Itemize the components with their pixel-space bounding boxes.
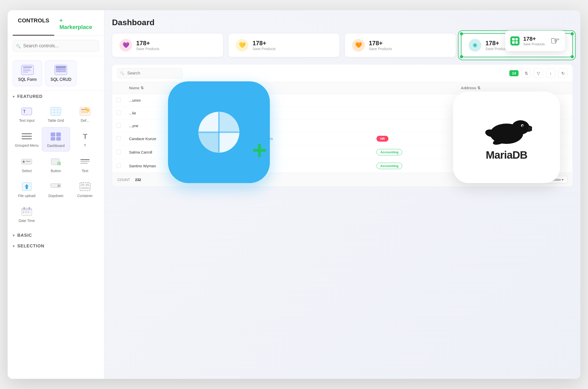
ctrl-date-time[interactable]: Date Time (13, 202, 41, 226)
svg-rect-24 (22, 133, 32, 134)
count-value: 232 (135, 178, 141, 182)
search-input[interactable] (13, 40, 99, 52)
ctrl-dashboard[interactable]: Dashboard (42, 127, 70, 152)
svg-rect-40 (80, 163, 88, 164)
grid-dot-2 (515, 38, 518, 41)
svg-rect-57 (28, 212, 29, 213)
table-toolbar: 14 ⇅ ▽ ↓ ↻ (112, 65, 572, 82)
svg-rect-38 (80, 159, 90, 160)
svg-rect-30 (56, 137, 61, 141)
tooltip-label: Save Products (523, 42, 545, 46)
search-wrapper (13, 40, 99, 52)
sidebar-tabs: CONTROLS + Markerplace (8, 10, 104, 36)
default-icon (79, 106, 91, 117)
stat-card-2: 🧡 178+ Save Products (345, 33, 456, 57)
mariadb-overlay: MariaDB (453, 92, 560, 183)
svg-point-67 (522, 125, 523, 127)
ctrl-button[interactable]: ↑ Button (42, 153, 70, 176)
count-label: COUNT (117, 178, 130, 182)
svg-rect-21 (81, 111, 87, 112)
text-input-icon: T (21, 106, 32, 117)
svg-rect-6 (56, 66, 66, 68)
ctrl-container[interactable]: Container (71, 177, 99, 201)
stats-row: 💜 178+ Save Products 💛 178+ Save Product… (112, 33, 573, 57)
section-featured-header[interactable]: ▾ FEATURED (8, 91, 104, 101)
tab-marketplace[interactable]: + Markerplace (54, 10, 99, 36)
svg-rect-0 (21, 65, 34, 75)
ctrl-text-label: Text (82, 169, 88, 173)
download-button[interactable]: ↓ (546, 69, 555, 78)
stat-card-0: 💜 178+ Save Products (112, 33, 223, 57)
table-grid-icon (50, 106, 61, 117)
ctrl-t[interactable]: T T (71, 127, 99, 152)
td-checkbox (112, 94, 125, 107)
sidebar-search-section (8, 36, 104, 56)
refresh-button[interactable]: ↻ (558, 69, 567, 78)
ctrl-grouped-menu-label: Grouped Menu (15, 143, 38, 147)
svg-text:↑: ↑ (58, 161, 60, 165)
grouped-menu-icon (21, 131, 32, 142)
section-featured-label: FEATURED (17, 94, 43, 99)
stat-number-3: 178+ (485, 40, 509, 47)
ctrl-button-label: Button (51, 169, 61, 173)
sql-form-control[interactable]: SQL Form (13, 60, 42, 86)
svg-rect-48 (81, 184, 85, 186)
stat-icon-3 (469, 39, 481, 52)
ctrl-text-input[interactable]: T Text Input (13, 102, 41, 126)
svg-rect-8 (56, 71, 66, 72)
ctrl-date-time-label: Date Time (19, 219, 35, 223)
resize-handle-tr (571, 32, 574, 35)
td-dept (372, 107, 457, 119)
sidebar: CONTROLS + Markerplace SQL Form (8, 10, 104, 379)
filter-button[interactable]: ▽ (534, 69, 543, 78)
td-checkbox (112, 159, 125, 173)
stat-label-1: Save Products (253, 47, 276, 51)
ctrl-table-grid[interactable]: Table Grid (42, 102, 70, 126)
ctrl-file-upload-label: File upload (18, 194, 36, 198)
svg-text:T: T (83, 132, 87, 140)
stat-number-1: 178+ (253, 40, 276, 47)
t-icon: T (79, 131, 91, 142)
section-selection-header[interactable]: ▾ SELECTION (8, 240, 104, 251)
sql-crud-control[interactable]: SQL CRUD (45, 60, 77, 86)
td-dept: Accounting (372, 145, 457, 159)
th-checkbox (112, 82, 125, 94)
main-content: Dashboard 💜 178+ Save Products 💛 178+ Sa… (104, 10, 580, 379)
ctrl-container-label: Container (77, 194, 93, 198)
ctrl-select[interactable]: Select (13, 153, 41, 176)
svg-rect-43 (26, 187, 28, 189)
ctrl-dropdown[interactable]: Dopdown (42, 177, 70, 201)
ctrl-default[interactable]: Def... (71, 102, 99, 126)
stat-label-3: Save Products (485, 47, 509, 51)
svg-rect-55 (23, 212, 24, 213)
svg-point-33 (23, 161, 25, 163)
svg-rect-52 (22, 208, 32, 211)
dept-badge-accounting-1: Accounting (376, 149, 402, 155)
ctrl-grouped-menu[interactable]: Grouped Menu (13, 127, 41, 152)
stat-info-0: 178+ Save Products (136, 40, 159, 51)
teal-icon-svg (472, 42, 478, 48)
file-upload-icon (21, 181, 32, 192)
tooltip-grid-icon (510, 36, 520, 46)
ctrl-dropdown-label: Dopdown (48, 194, 63, 198)
td-checkbox (112, 107, 125, 119)
svg-rect-7 (56, 69, 66, 70)
svg-rect-53 (24, 207, 25, 210)
section-basic-header[interactable]: ▾ BASIC (8, 229, 104, 240)
chevron-icon: ▾ (13, 95, 15, 99)
tooltip-card: 178+ Save Products ☞ (505, 31, 565, 51)
stat-label-0: Save Products (136, 47, 159, 51)
table-search-input[interactable] (117, 68, 183, 78)
tab-controls[interactable]: CONTROLS (13, 10, 54, 36)
sql-crud-label: SQL CRUD (50, 77, 71, 82)
text-icon (79, 156, 91, 167)
tooltip-info: 178+ Save Products (523, 36, 545, 46)
top-controls: SQL Form SQL CRUD (8, 56, 104, 91)
ctrl-file-upload[interactable]: File upload (13, 177, 41, 201)
td-checkbox (112, 145, 125, 159)
chevron-selection-icon: ▾ (13, 244, 15, 248)
svg-rect-1 (23, 67, 32, 68)
ctrl-text[interactable]: Text (71, 153, 99, 176)
svg-point-59 (474, 44, 476, 47)
sort-button[interactable]: ⇅ (522, 69, 531, 78)
